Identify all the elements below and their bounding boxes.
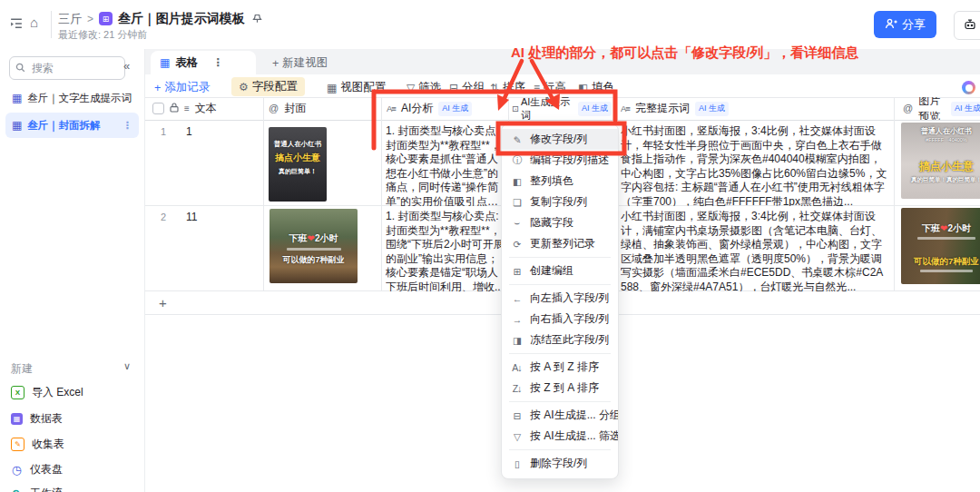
top-bar: ⌂ 三斤 > ⊞ 叁斤｜图片提示词模板 最近修改: 21 分钟前 分享 自 <box>0 0 980 50</box>
pencil-icon: ✎ <box>510 134 524 145</box>
plus-icon: + <box>154 82 161 94</box>
table-icon: ▦ <box>12 92 22 104</box>
create-item-label: 数据表 <box>30 411 63 427</box>
paperclip-icon: @ <box>269 103 279 113</box>
sort-button[interactable]: ⇅ 排序 <box>490 80 525 95</box>
menu-item-delete-field[interactable]: ▯删除字段/列 <box>502 453 618 474</box>
sidebar-item-workflow[interactable]: ⟳ 工作流 <box>11 486 63 492</box>
grid-line <box>145 120 980 121</box>
heart-icon: ❤ <box>308 233 315 243</box>
plus-icon: + <box>272 57 279 70</box>
cell-ai-analysis[interactable]: 1. 封面类型与核心卖点: 封面类型为**教程型**，围绕“下班后2小时可开展的… <box>386 210 505 291</box>
new-view-button[interactable]: + 新建视图 <box>272 55 328 71</box>
menu-item-refresh-column[interactable]: ⟳更新整列记录 <box>502 233 618 254</box>
form-icon: ✎ <box>11 438 24 451</box>
cell-full-prompt[interactable]: 小红书封面图，竖版海报，3:4比例，社交媒体封面设计，年轻女性半身照位于画面中央… <box>621 124 889 206</box>
sidebar-item-data-table[interactable]: ▦ 数据表 <box>11 411 63 427</box>
text-field-icon: A≡ <box>621 103 630 113</box>
share-button[interactable]: 分享 <box>874 11 936 38</box>
create-item-label: 工作流 <box>30 486 63 492</box>
excel-icon: X <box>11 386 24 399</box>
view-config-icon: ▦ <box>327 83 337 93</box>
column-header-ai-analysis[interactable]: A≡ AI分析 AI 生成 <box>387 97 505 120</box>
menu-item-create-group[interactable]: ⊞创建编组 <box>502 261 618 281</box>
grid-line <box>381 97 382 290</box>
menu-item-edit-description[interactable]: ⓘ编辑字段/列描述 <box>502 150 618 171</box>
group-label: 分组 <box>462 80 485 95</box>
home-icon[interactable]: ⌂ <box>30 15 38 29</box>
column-name: AI分析 <box>401 101 433 116</box>
menu-item-group-by-field[interactable]: ⊟按 AI生成提... 分组 <box>502 405 618 426</box>
sidebar-toggle-icon[interactable] <box>9 16 24 34</box>
funnel-icon: ▽ <box>510 431 524 442</box>
preview-text: 普通人在小红书 <box>921 126 972 136</box>
menu-item-sort-za[interactable]: Z↓按 Z 到 A 排序 <box>502 378 618 399</box>
pin-icon[interactable] <box>252 11 262 27</box>
more-icon[interactable]: ⋮ <box>122 119 133 132</box>
automation-button[interactable]: 自 <box>954 11 980 40</box>
collapse-sidebar-icon[interactable]: « <box>123 60 130 72</box>
hide-eye-icon: ⌣ <box>510 217 524 229</box>
column-header-cover[interactable]: @ 封面 <box>269 97 376 120</box>
field-config-button[interactable]: ⚙ 字段配置 <box>231 77 305 96</box>
menu-item-duplicate-field[interactable]: ❏复制字段/列 <box>502 192 618 212</box>
preview-thumbnail[interactable]: 普通人在小红书 #FFFFF···40400% 搞点小生意 真的巨简单！真的巨简… <box>901 123 980 199</box>
menu-item-freeze-to-field[interactable]: ◨冻结至此字段/列 <box>502 330 618 350</box>
column-name: 图片预览 <box>918 97 946 120</box>
menu-item-hide-field[interactable]: ⌣隐藏字段 <box>502 212 618 233</box>
cell-text[interactable]: 1 <box>186 125 192 138</box>
row-height-icon: ≡ <box>534 83 540 93</box>
add-record-button[interactable]: + 添加记录 <box>154 80 210 95</box>
sidebar: « ▦ 叁斤｜文字生成提示词 ▦ 叁斤｜封面拆解 ⋮ 新建 ∨ X 导入 Exc… <box>0 49 145 492</box>
select-all-checkbox[interactable] <box>152 103 164 114</box>
menu-item-filter-by-field[interactable]: ▽按 AI生成提... 筛选 <box>502 426 618 447</box>
filter-button[interactable]: ▽ 筛选 <box>407 80 441 95</box>
ai-assistant-icon[interactable] <box>962 81 975 94</box>
cover-thumbnail[interactable]: 下班❤2小时 可以做的7种副业 <box>270 209 358 283</box>
cover-text: 可以做的7种副业 <box>282 254 344 266</box>
table-icon: ▦ <box>12 119 22 132</box>
sidebar-item-dashboard[interactable]: ◷ 仪表盘 <box>11 462 63 477</box>
group-button[interactable]: ⊟ 分组 <box>449 80 485 95</box>
preview-thumbnail[interactable]: 下班❤2小时 可以做的7种副业 <box>901 208 980 284</box>
sidebar-item-collect-form[interactable]: ✎ 收集表 <box>11 437 64 452</box>
sort-label: 排序 <box>503 80 525 95</box>
cell-full-prompt[interactable]: 小红书封面图，竖版海报，3:4比例，社交媒体封面设计，满铺室内书桌场景摄影图（含… <box>621 210 889 291</box>
column-header-full-prompt[interactable]: A≡ 完整提示词 AI 生成 <box>621 97 884 120</box>
view-tab-label: 表格 <box>175 55 198 71</box>
view-config-button[interactable]: ▦ 视图配置 <box>327 80 386 95</box>
search-box[interactable] <box>9 56 125 80</box>
cover-thumbnail[interactable]: 普通人在小红书 搞点小生意 真的巨简单！ <box>269 127 327 202</box>
fill-color-button[interactable]: ◧ 填色 <box>578 80 614 95</box>
ai-generated-badge: AI 生成 <box>951 102 980 116</box>
menu-item-fill-column[interactable]: ◧整列填色 <box>502 171 618 192</box>
cell-text[interactable]: 11 <box>186 211 197 223</box>
tab-more-icon[interactable]: ⋮ <box>212 57 223 68</box>
menu-item-insert-right[interactable]: →向右插入字段/列 <box>502 309 618 330</box>
group-icon: ⊟ <box>449 83 458 93</box>
cell-ai-analysis[interactable]: 1. 封面类型与核心卖点: 封面类型为**教程型**，核心要素是抓住“普通人想在… <box>386 124 505 206</box>
page-title: 叁斤｜图片提示词模板 <box>118 11 245 27</box>
column-header-text[interactable]: ≡ 文本 <box>152 97 261 120</box>
view-config-label: 视图配置 <box>340 80 386 95</box>
fill-color-label: 填色 <box>592 80 614 95</box>
menu-item-sort-az[interactable]: A↓按 A 到 Z 排序 <box>502 357 618 378</box>
sidebar-item-text-prompt-table[interactable]: ▦ 叁斤｜文字生成提示词 <box>5 85 139 111</box>
tab-grid-view[interactable]: ▦ 表格 ⋮ <box>151 51 256 74</box>
sort-icon: ⇅ <box>490 83 499 93</box>
share-label: 分享 <box>902 16 926 33</box>
column-header-ai-prompt[interactable]: ⊡ AI生成提示词 AI 生成 <box>512 97 612 120</box>
new-view-label: 新建视图 <box>282 55 328 71</box>
search-input[interactable] <box>30 61 106 75</box>
menu-item-insert-left[interactable]: ←向左插入字段/列 <box>502 288 618 309</box>
sidebar-item-cover-split-table[interactable]: ▦ 叁斤｜封面拆解 ⋮ <box>5 113 139 138</box>
breadcrumb-root[interactable]: 三斤 <box>58 11 82 27</box>
chevron-down-icon[interactable]: ∨ <box>123 361 131 371</box>
add-row-button[interactable]: + <box>159 295 167 310</box>
menu-item-edit-field[interactable]: ✎修改字段/列 <box>502 129 618 150</box>
row-height-button[interactable]: ≡ 行高 <box>534 80 566 95</box>
preview-text: 搞点小生意 <box>919 159 974 174</box>
sidebar-item-import-excel[interactable]: X 导入 Excel <box>11 385 83 400</box>
create-item-label: 仪表盘 <box>30 462 63 477</box>
column-header-image-preview[interactable]: @ 图片预览 AI 生成 <box>903 97 980 120</box>
